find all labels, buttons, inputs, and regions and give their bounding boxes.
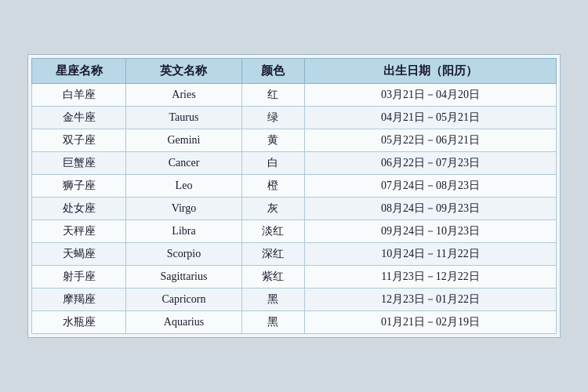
table-row: 射手座Sagittarius紫红11月23日－12月22日 xyxy=(32,266,557,289)
table-row: 金牛座Taurus绿04月21日－05月21日 xyxy=(32,107,557,129)
cell-en-name: Aquarius xyxy=(126,311,241,334)
cell-zh-name: 水瓶座 xyxy=(32,311,126,334)
cell-en-name: Virgo xyxy=(126,198,241,220)
table-row: 巨蟹座Cancer白06月22日－07月23日 xyxy=(32,152,557,175)
cell-color: 紫红 xyxy=(241,266,304,289)
cell-zh-name: 狮子座 xyxy=(32,175,126,198)
cell-en-name: Aries xyxy=(126,84,241,107)
table-row: 白羊座Aries红03月21日－04月20日 xyxy=(32,84,557,107)
table-row: 摩羯座Capricorn黑12月23日－01月22日 xyxy=(32,289,557,311)
cell-color: 黄 xyxy=(241,129,304,152)
cell-date: 06月22日－07月23日 xyxy=(304,152,556,175)
cell-en-name: Sagittarius xyxy=(126,266,241,289)
cell-date: 11月23日－12月22日 xyxy=(304,266,556,289)
cell-date: 01月21日－02月19日 xyxy=(304,311,556,334)
cell-date: 10月24日－11月22日 xyxy=(304,243,556,266)
cell-color: 白 xyxy=(241,152,304,175)
cell-color: 绿 xyxy=(241,107,304,129)
cell-date: 09月24日－10月23日 xyxy=(304,220,556,243)
cell-zh-name: 金牛座 xyxy=(32,107,126,129)
cell-date: 05月22日－06月21日 xyxy=(304,129,556,152)
cell-date: 07月24日－08月23日 xyxy=(304,175,556,198)
cell-zh-name: 天秤座 xyxy=(32,220,126,243)
cell-en-name: Capricorn xyxy=(126,289,241,311)
cell-en-name: Gemini xyxy=(126,129,241,152)
table-row: 双子座Gemini黄05月22日－06月21日 xyxy=(32,129,557,152)
cell-color: 黑 xyxy=(241,311,304,334)
cell-zh-name: 射手座 xyxy=(32,266,126,289)
cell-zh-name: 摩羯座 xyxy=(32,289,126,311)
cell-color: 淡红 xyxy=(241,220,304,243)
zodiac-table: 星座名称 英文名称 颜色 出生日期（阳历） 白羊座Aries红03月21日－04… xyxy=(31,58,557,334)
cell-zh-name: 处女座 xyxy=(32,198,126,220)
cell-color: 橙 xyxy=(241,175,304,198)
cell-zh-name: 巨蟹座 xyxy=(32,152,126,175)
cell-zh-name: 双子座 xyxy=(32,129,126,152)
table-row: 狮子座Leo橙07月24日－08月23日 xyxy=(32,175,557,198)
cell-color: 深红 xyxy=(241,243,304,266)
table-header-row: 星座名称 英文名称 颜色 出生日期（阳历） xyxy=(32,59,557,84)
cell-date: 08月24日－09月23日 xyxy=(304,198,556,220)
cell-en-name: Leo xyxy=(126,175,241,198)
cell-color: 红 xyxy=(241,84,304,107)
cell-en-name: Taurus xyxy=(126,107,241,129)
table-row: 天秤座Libra淡红09月24日－10月23日 xyxy=(32,220,557,243)
cell-en-name: Scorpio xyxy=(126,243,241,266)
cell-date: 12月23日－01月22日 xyxy=(304,289,556,311)
cell-en-name: Cancer xyxy=(126,152,241,175)
cell-en-name: Libra xyxy=(126,220,241,243)
header-date: 出生日期（阳历） xyxy=(304,59,556,84)
cell-zh-name: 白羊座 xyxy=(32,84,126,107)
cell-color: 灰 xyxy=(241,198,304,220)
cell-zh-name: 天蝎座 xyxy=(32,243,126,266)
cell-date: 03月21日－04月20日 xyxy=(304,84,556,107)
header-en-name: 英文名称 xyxy=(126,59,241,84)
header-color: 颜色 xyxy=(241,59,304,84)
cell-color: 黑 xyxy=(241,289,304,311)
zodiac-table-container: 星座名称 英文名称 颜色 出生日期（阳历） 白羊座Aries红03月21日－04… xyxy=(27,54,561,338)
table-row: 天蝎座Scorpio深红10月24日－11月22日 xyxy=(32,243,557,266)
table-row: 处女座Virgo灰08月24日－09月23日 xyxy=(32,198,557,220)
cell-date: 04月21日－05月21日 xyxy=(304,107,556,129)
table-row: 水瓶座Aquarius黑01月21日－02月19日 xyxy=(32,311,557,334)
header-zh-name: 星座名称 xyxy=(32,59,126,84)
